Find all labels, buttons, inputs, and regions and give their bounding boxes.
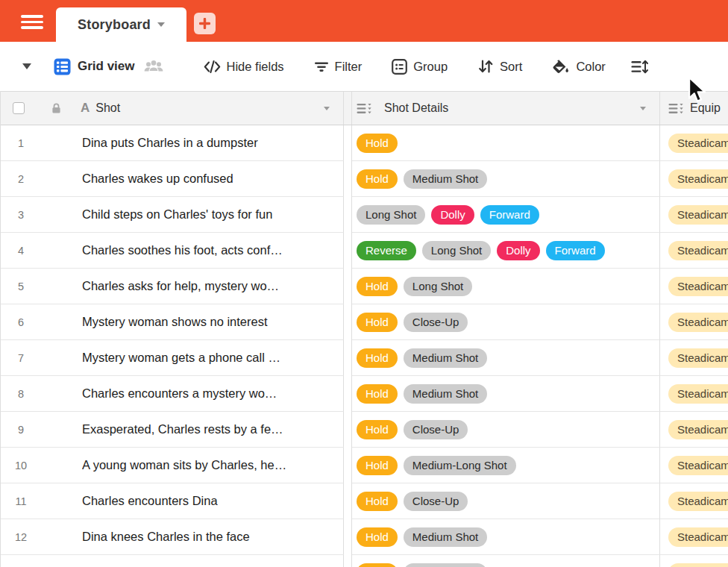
sort-button[interactable]: Sort xyxy=(477,59,522,74)
shot-cell[interactable]: 2 Charles wakes up confused xyxy=(0,161,344,197)
select-all-checkbox[interactable] xyxy=(13,102,25,114)
shot-cell[interactable]: 5 Charles asks for help, mystery wo… xyxy=(0,269,344,304)
sort-icon xyxy=(477,59,494,74)
tab-storyboard[interactable]: Storyboard xyxy=(56,7,186,42)
equipment-cell[interactable]: Steadicam xyxy=(660,340,728,376)
column-label-shot-details: Shot Details xyxy=(384,101,448,115)
shot-cell[interactable]: 1 Dina puts Charles in a dumpster xyxy=(0,125,344,161)
grid-left-border xyxy=(0,91,1,567)
frozen-column-divider xyxy=(344,304,352,340)
tag-close-up: Close-Up xyxy=(404,492,468,511)
equipment-cell[interactable]: Steadicam xyxy=(660,197,728,233)
shot-cell[interactable]: 9 Exasperated, Charles rests by a fe… xyxy=(0,412,344,448)
equipment-cell[interactable]: Steadicam xyxy=(660,555,728,567)
sort-label: Sort xyxy=(500,60,522,74)
table-row[interactable]: 1 Dina puts Charles in a dumpster Hold S… xyxy=(0,125,728,161)
grid-view-icon[interactable] xyxy=(54,58,71,75)
tag-steadicam: Steadicam xyxy=(668,384,728,404)
tag-hold: Hold xyxy=(357,456,398,475)
equipment-cell[interactable]: Steadicam xyxy=(660,269,728,304)
table-row[interactable]: 10 A young woman sits by Charles, he… Ho… xyxy=(0,448,728,483)
equipment-cell[interactable]: Steadicam xyxy=(660,125,728,161)
column-menu-chevron-icon[interactable] xyxy=(640,107,646,110)
details-cell[interactable]: Hold xyxy=(352,125,660,161)
filter-button[interactable]: Filter xyxy=(314,60,363,74)
equipment-cell[interactable]: Steadicam xyxy=(660,448,728,483)
add-table-button[interactable] xyxy=(194,13,216,34)
row-number: 7 xyxy=(0,352,42,364)
row-height-button[interactable] xyxy=(631,60,648,74)
shot-cell[interactable]: 7 Mystery woman gets a phone call … xyxy=(0,340,344,376)
tag-hold: Hold xyxy=(357,492,398,511)
details-cell[interactable]: HoldLong Shot xyxy=(352,269,660,304)
frozen-column-divider xyxy=(344,233,352,269)
equipment-column-header[interactable]: Equip xyxy=(660,92,728,125)
shot-cell[interactable]: 12 Dina knees Charles in the face xyxy=(0,519,344,555)
shot-cell[interactable]: 10 A young woman sits by Charles, he… xyxy=(0,448,344,483)
details-cell[interactable]: HoldMedium Shot xyxy=(352,519,660,555)
table-row[interactable]: 7 Mystery woman gets a phone call … Hold… xyxy=(0,340,728,376)
color-button[interactable]: Color xyxy=(552,59,605,74)
details-cell[interactable]: HoldMedium Shot xyxy=(352,161,660,197)
frozen-column-divider xyxy=(344,197,352,233)
tag-forward: Forward xyxy=(546,241,605,260)
equipment-cell[interactable]: Steadicam xyxy=(660,519,728,555)
tag-forward: Forward xyxy=(480,205,539,225)
details-cell[interactable]: HoldMedium Shot xyxy=(352,376,660,412)
details-cell[interactable]: HoldMedium Shot xyxy=(352,340,660,376)
equipment-cell[interactable]: Steadicam xyxy=(660,161,728,197)
tab-title: Storyboard xyxy=(78,17,151,33)
tag-close-up: Close-Up xyxy=(404,420,468,439)
table-row[interactable]: 6 Mystery woman shows no interest HoldCl… xyxy=(0,304,728,340)
frozen-column-divider[interactable] xyxy=(344,92,352,125)
tag-steadicam: Steadicam xyxy=(668,169,728,189)
table-row[interactable]: 11 Charles encounters Dina HoldClose-Up … xyxy=(0,483,728,519)
tag-dolly: Dolly xyxy=(431,205,474,225)
shot-details-column-header[interactable]: Shot Details xyxy=(352,92,660,125)
details-cell[interactable]: HoldMedium-Long Shot xyxy=(352,448,660,483)
tag-steadicam: Steadicam xyxy=(668,313,728,332)
shot-cell[interactable]: 4 Charles soothes his foot, acts conf… xyxy=(0,233,344,269)
details-cell[interactable]: HoldClose-Up xyxy=(352,483,660,519)
column-menu-chevron-icon[interactable] xyxy=(324,107,330,110)
details-cell[interactable]: ReverseLong ShotDollyForward xyxy=(352,233,660,269)
tag-hold: Hold xyxy=(357,313,398,332)
shot-cell[interactable]: 13 xyxy=(0,555,344,567)
frozen-column-divider xyxy=(344,555,352,567)
tag-steadicam: Steadicam xyxy=(668,134,728,153)
shot-cell[interactable]: 6 Mystery woman shows no interest xyxy=(0,304,344,340)
hamburger-menu-icon[interactable] xyxy=(21,15,43,29)
equipment-cell[interactable]: Steadicam xyxy=(660,376,728,412)
hide-fields-button[interactable]: Hide fields xyxy=(204,60,284,74)
group-button[interactable]: Group xyxy=(392,59,448,75)
details-cell[interactable]: HoldClose-Up xyxy=(352,412,660,448)
table-row[interactable]: 9 Exasperated, Charles rests by a fe… Ho… xyxy=(0,412,728,448)
table-row[interactable]: 4 Charles soothes his foot, acts conf… R… xyxy=(0,233,728,269)
details-cell[interactable]: HoldMedium Shot xyxy=(352,555,660,567)
details-cell[interactable]: HoldClose-Up xyxy=(352,304,660,340)
shot-column-header[interactable]: A Shot xyxy=(0,92,344,125)
color-label: Color xyxy=(576,60,605,74)
shot-text: Mystery woman shows no interest xyxy=(82,315,268,329)
table-row[interactable]: 8 Charles encounters a mystery wo… HoldM… xyxy=(0,376,728,412)
equipment-cell[interactable]: Steadicam xyxy=(660,304,728,340)
table-row[interactable]: 5 Charles asks for help, mystery wo… Hol… xyxy=(0,269,728,304)
equipment-cell[interactable]: Steadicam xyxy=(660,233,728,269)
table-row[interactable]: 13 HoldMedium Shot Steadicam xyxy=(0,555,728,567)
equipment-cell[interactable]: Steadicam xyxy=(660,412,728,448)
tag-hold: Hold xyxy=(357,384,398,404)
frozen-column-divider xyxy=(344,376,352,412)
details-cell[interactable]: Long ShotDollyForward xyxy=(352,197,660,233)
tag-medium-shot: Medium Shot xyxy=(404,169,487,189)
table-row[interactable]: 12 Dina knees Charles in the face HoldMe… xyxy=(0,519,728,555)
shot-cell[interactable]: 11 Charles encounters Dina xyxy=(0,483,344,519)
view-sidebar-toggle-icon[interactable] xyxy=(22,63,31,69)
shot-cell[interactable]: 8 Charles encounters a mystery wo… xyxy=(0,376,344,412)
shot-cell[interactable]: 3 Child steps on Charles' toys for fun xyxy=(0,197,344,233)
frozen-column-divider xyxy=(344,412,352,448)
table-row[interactable]: 3 Child steps on Charles' toys for fun L… xyxy=(0,197,728,233)
view-name[interactable]: Grid view xyxy=(78,59,135,74)
equipment-cell[interactable]: Steadicam xyxy=(660,483,728,519)
table-row[interactable]: 2 Charles wakes up confused HoldMedium S… xyxy=(0,161,728,197)
row-number: 4 xyxy=(0,245,42,257)
